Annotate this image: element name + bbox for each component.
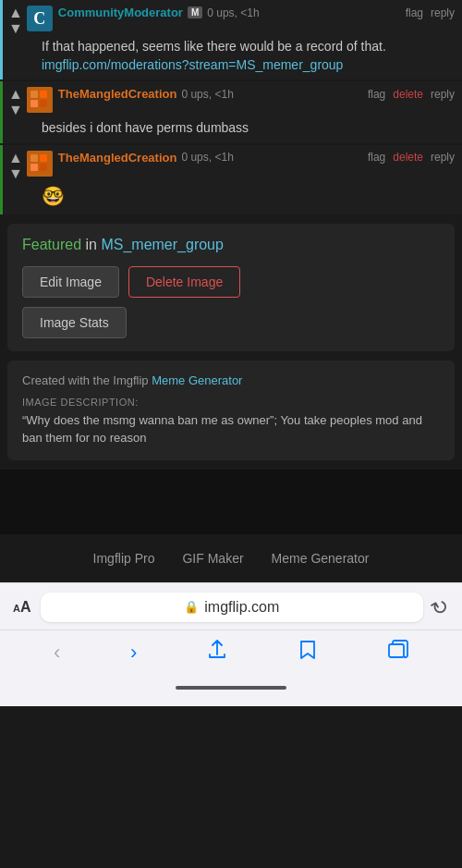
created-text: Created with the Imgflip Meme Generator xyxy=(22,373,440,387)
address-bar-area: AA 🔒 imgflip.com ↺ xyxy=(0,583,462,630)
share-button[interactable] xyxy=(198,636,237,669)
browser-chrome: AA 🔒 imgflip.com ↺ ‹ › xyxy=(0,582,462,706)
reply-link[interactable]: reply xyxy=(431,151,455,164)
moderation-link[interactable]: imgflip.com/moderations?stream=MS_memer_… xyxy=(42,57,343,72)
home-indicator xyxy=(0,679,462,706)
vote-down-button[interactable]: ▼ xyxy=(8,21,23,36)
avatar xyxy=(27,87,53,113)
vote-arrows: ▲ ▼ xyxy=(8,87,23,117)
description-label: IMAGE DESCRIPTION: xyxy=(22,397,440,408)
vote-count: 0 ups, <1h xyxy=(181,151,233,164)
address-bar[interactable]: 🔒 imgflip.com xyxy=(41,593,423,622)
reply-link[interactable]: reply xyxy=(431,88,455,101)
stats-button-row: Image Stats xyxy=(22,307,440,338)
image-stats-button[interactable]: Image Stats xyxy=(22,307,127,338)
description-text: “Why does the msmg wanna ban me as owner… xyxy=(22,411,440,447)
comment-body: 🤓 xyxy=(42,183,455,209)
created-section: Created with the Imgflip Meme Generator … xyxy=(7,361,455,460)
delete-image-button[interactable]: Delete Image xyxy=(128,266,240,298)
comment-block: ▲ ▼ TheMangledCreation 0 ups, <1h flag d… xyxy=(0,145,462,214)
featured-section: Featured in MS_memer_group Edit Image De… xyxy=(7,224,455,351)
username-label: CommunityModerator xyxy=(58,6,183,19)
delete-link[interactable]: delete xyxy=(393,151,423,164)
dark-spacer xyxy=(0,470,462,534)
svg-rect-1 xyxy=(30,91,38,98)
vote-count: 0 ups, <1h xyxy=(207,6,259,19)
svg-rect-10 xyxy=(389,644,404,657)
tabs-button[interactable] xyxy=(379,636,418,669)
url-text: imgflip.com xyxy=(204,599,279,616)
button-row: Edit Image Delete Image xyxy=(22,266,440,298)
vote-up-button[interactable]: ▲ xyxy=(8,6,23,20)
delete-link[interactable]: delete xyxy=(393,88,423,101)
featured-middle: in xyxy=(86,237,102,252)
back-button[interactable]: ‹ xyxy=(44,637,69,668)
reload-button[interactable]: ↺ xyxy=(428,593,455,622)
svg-rect-0 xyxy=(27,87,53,113)
avatar xyxy=(27,151,53,177)
featured-title: Featured in MS_memer_group xyxy=(22,237,440,253)
svg-rect-9 xyxy=(40,164,47,171)
avatar: C xyxy=(27,6,53,31)
vote-arrows: ▲ ▼ xyxy=(8,6,23,36)
footer-meme-generator[interactable]: Meme Generator xyxy=(272,551,370,566)
footer-links: Imgflip Pro GIF Maker Meme Generator xyxy=(0,534,462,582)
footer-imgflip-pro[interactable]: Imgflip Pro xyxy=(93,551,155,566)
flag-link[interactable]: flag xyxy=(368,88,385,101)
browser-toolbar: ‹ › xyxy=(0,630,462,679)
forward-button[interactable]: › xyxy=(121,637,146,668)
svg-rect-2 xyxy=(40,91,47,98)
footer-gif-maker[interactable]: GIF Maker xyxy=(182,551,243,566)
svg-rect-3 xyxy=(30,100,38,107)
vote-down-button[interactable]: ▼ xyxy=(8,103,23,117)
vote-down-button[interactable]: ▼ xyxy=(8,166,23,181)
flag-link[interactable]: flag xyxy=(406,6,423,19)
svg-rect-7 xyxy=(40,154,47,162)
comment-body: besides i dont have perms dumbass xyxy=(42,119,455,138)
featured-word: Featured xyxy=(22,237,81,252)
vote-up-button[interactable]: ▲ xyxy=(8,151,23,165)
vote-up-button[interactable]: ▲ xyxy=(8,87,23,102)
comment-block: ▲ ▼ C CommunityModerator M 0 ups, <1h fl… xyxy=(0,0,462,79)
aa-button[interactable]: AA xyxy=(13,599,31,616)
edit-image-button[interactable]: Edit Image xyxy=(22,266,119,298)
flag-link[interactable]: flag xyxy=(368,151,385,164)
home-bar xyxy=(176,686,286,690)
username-label: TheMangledCreation xyxy=(58,87,177,101)
lock-icon: 🔒 xyxy=(184,600,199,614)
vote-arrows: ▲ ▼ xyxy=(8,151,23,181)
group-link[interactable]: MS_memer_group xyxy=(101,237,224,252)
username-label: TheMangledCreation xyxy=(58,151,177,165)
comment-block: ▲ ▼ TheMangledCreation 0 ups, <1h flag d… xyxy=(0,81,462,143)
bookmarks-button[interactable] xyxy=(288,636,327,669)
svg-rect-5 xyxy=(27,151,53,177)
svg-rect-8 xyxy=(30,164,38,171)
mod-badge: M xyxy=(188,6,202,18)
meme-generator-link[interactable]: Meme Generator xyxy=(152,373,242,387)
comment-body: If that happened, seems like there would… xyxy=(42,38,455,74)
svg-rect-6 xyxy=(30,154,38,162)
reply-link[interactable]: reply xyxy=(431,6,455,19)
comments-section: ▲ ▼ C CommunityModerator M 0 ups, <1h fl… xyxy=(0,0,462,214)
vote-count: 0 ups, <1h xyxy=(181,88,233,101)
svg-rect-4 xyxy=(40,100,47,107)
